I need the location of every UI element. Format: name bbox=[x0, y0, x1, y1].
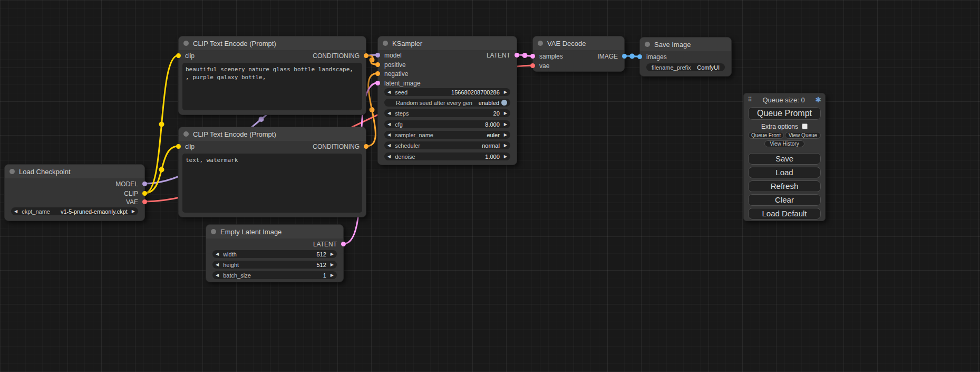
drag-handle-icon[interactable]: ⠿ bbox=[748, 96, 752, 103]
widget-name: Random seed after every gen bbox=[396, 100, 472, 106]
collapse-dot-icon[interactable] bbox=[183, 41, 189, 46]
queue-panel-header: ⠿ Queue size: 0 ✱ bbox=[748, 95, 821, 104]
collapse-dot-icon[interactable] bbox=[9, 169, 15, 174]
arrow-left-icon[interactable]: ◀ bbox=[14, 207, 17, 215]
widget-cfg[interactable]: ◀ cfg 8.000 ▶ bbox=[384, 120, 510, 128]
input-port-images[interactable] bbox=[637, 54, 642, 59]
arrow-right-icon[interactable]: ▶ bbox=[504, 109, 507, 117]
arrow-right-icon[interactable]: ▶ bbox=[331, 271, 334, 279]
arrow-right-icon[interactable]: ▶ bbox=[504, 131, 507, 139]
widget-name: ckpt_name bbox=[22, 208, 50, 215]
arrow-right-icon[interactable]: ▶ bbox=[504, 120, 507, 128]
input-port-latent-image[interactable] bbox=[375, 81, 380, 85]
node-vae-decode[interactable]: VAE Decode samples vae IMAGE bbox=[532, 36, 625, 72]
extra-options-row: Extra options bbox=[744, 122, 825, 130]
arrow-left-icon[interactable]: ◀ bbox=[387, 141, 391, 149]
input-port-clip[interactable] bbox=[176, 53, 181, 58]
arrow-left-icon[interactable]: ◀ bbox=[387, 120, 391, 128]
node-empty-latent-image[interactable]: Empty Latent Image LATENT ◀ width 512 ▶ … bbox=[206, 224, 344, 282]
prompt-textarea[interactable]: text, watermark bbox=[182, 154, 362, 213]
output-port-latent[interactable] bbox=[341, 242, 346, 246]
view-queue-button[interactable]: View Queue bbox=[785, 132, 821, 139]
input-port-positive[interactable] bbox=[375, 62, 380, 67]
widget-value: v1-5-pruned-emaonly.ckpt bbox=[61, 208, 128, 215]
input-port-negative[interactable] bbox=[375, 71, 380, 76]
widget-filename-prefix[interactable]: filename_prefix ComfyUI bbox=[646, 63, 725, 71]
collapse-dot-icon[interactable] bbox=[645, 42, 650, 47]
queue-panel: ⠿ Queue size: 0 ✱ Queue Prompt Extra opt… bbox=[743, 93, 826, 221]
arrow-left-icon[interactable]: ◀ bbox=[387, 131, 391, 139]
node-load-checkpoint[interactable]: Load Checkpoint MODEL CLIP VAE ◀ ckpt_na… bbox=[4, 164, 145, 221]
arrow-left-icon[interactable]: ◀ bbox=[216, 271, 219, 279]
collapse-dot-icon[interactable] bbox=[383, 41, 388, 46]
refresh-button[interactable]: Refresh bbox=[748, 180, 821, 192]
node-clip-text-encode-negative[interactable]: CLIP Text Encode (Prompt) clip CONDITION… bbox=[178, 127, 366, 217]
node-title-bar[interactable]: Load Checkpoint bbox=[5, 165, 144, 178]
input-label-images: images bbox=[646, 53, 667, 61]
node-title-bar[interactable]: CLIP Text Encode (Prompt) bbox=[179, 36, 366, 50]
widget-name: denoise bbox=[395, 154, 415, 160]
load-button[interactable]: Load bbox=[748, 167, 821, 178]
arrow-right-icon[interactable]: ▶ bbox=[504, 141, 507, 149]
arrow-left-icon[interactable]: ◀ bbox=[216, 250, 219, 258]
input-port-clip[interactable] bbox=[176, 144, 181, 149]
widget-value: 1.000 bbox=[485, 154, 500, 160]
output-port-conditioning[interactable] bbox=[364, 144, 368, 149]
collapse-dot-icon[interactable] bbox=[538, 41, 543, 46]
input-port-samples[interactable] bbox=[530, 54, 535, 59]
arrow-right-icon[interactable]: ▶ bbox=[504, 88, 507, 96]
collapse-dot-icon[interactable] bbox=[211, 229, 216, 234]
arrow-right-icon[interactable]: ▶ bbox=[504, 152, 507, 160]
save-button[interactable]: Save bbox=[748, 153, 821, 165]
queue-front-button[interactable]: Queue Front bbox=[748, 132, 784, 139]
output-port-latent[interactable] bbox=[515, 53, 519, 58]
output-port-model[interactable] bbox=[142, 182, 147, 186]
load-default-button[interactable]: Load Default bbox=[748, 208, 821, 220]
arrow-left-icon[interactable]: ◀ bbox=[387, 88, 391, 96]
node-ksampler[interactable]: KSampler model positive negative latent_… bbox=[377, 36, 517, 165]
extra-options-checkbox[interactable] bbox=[802, 123, 808, 129]
widget-seed[interactable]: ◀ seed 156680208700286 ▶ bbox=[384, 88, 510, 96]
widget-scheduler[interactable]: ◀ scheduler normal ▶ bbox=[384, 141, 510, 149]
clear-button[interactable]: Clear bbox=[748, 194, 821, 206]
input-port-vae[interactable] bbox=[530, 63, 535, 68]
toggle-knob-icon[interactable] bbox=[501, 100, 507, 106]
widget-sampler-name[interactable]: ◀ sampler_name euler ▶ bbox=[384, 131, 510, 139]
widget-ckpt-name[interactable]: ◀ ckpt_name v1-5-pruned-emaonly.ckpt ▶ bbox=[11, 207, 138, 215]
arrow-left-icon[interactable]: ◀ bbox=[216, 261, 219, 269]
view-history-button[interactable]: View History bbox=[764, 140, 804, 147]
output-port-image[interactable] bbox=[622, 54, 627, 59]
node-title: Empty Latent Image bbox=[220, 228, 282, 236]
widget-name: height bbox=[223, 262, 239, 268]
widget-batch-size[interactable]: ◀ batch_size 1 ▶ bbox=[212, 271, 337, 279]
collapse-dot-icon[interactable] bbox=[183, 131, 189, 137]
arrow-right-icon[interactable]: ▶ bbox=[331, 261, 334, 269]
input-label-negative: negative bbox=[384, 70, 408, 78]
widget-width[interactable]: ◀ width 512 ▶ bbox=[212, 250, 337, 258]
node-title-bar[interactable]: VAE Decode bbox=[533, 36, 624, 50]
output-port-conditioning[interactable] bbox=[364, 53, 368, 58]
arrow-right-icon[interactable]: ▶ bbox=[331, 250, 334, 258]
input-port-model[interactable] bbox=[375, 53, 380, 58]
widget-height[interactable]: ◀ height 512 ▶ bbox=[212, 261, 337, 269]
queue-prompt-button[interactable]: Queue Prompt bbox=[748, 107, 821, 120]
widget-denoise[interactable]: ◀ denoise 1.000 ▶ bbox=[384, 152, 510, 160]
widget-value: ComfyUI bbox=[697, 64, 720, 71]
output-label-latent: LATENT bbox=[313, 241, 337, 248]
settings-gear-icon[interactable]: ✱ bbox=[815, 96, 821, 104]
node-title-bar[interactable]: Empty Latent Image bbox=[206, 225, 343, 239]
widget-steps[interactable]: ◀ steps 20 ▶ bbox=[384, 109, 510, 117]
output-label-clip: CLIP bbox=[124, 190, 138, 197]
node-title-bar[interactable]: KSampler bbox=[378, 36, 517, 50]
output-port-vae[interactable] bbox=[142, 199, 147, 204]
node-title-bar[interactable]: Save Image bbox=[640, 37, 731, 51]
widget-random-seed-toggle[interactable]: Random seed after every gen enabled bbox=[384, 99, 510, 107]
prompt-textarea[interactable]: beautiful scenery nature glass bottle la… bbox=[182, 63, 362, 110]
arrow-right-icon[interactable]: ▶ bbox=[132, 207, 135, 215]
node-clip-text-encode-positive[interactable]: CLIP Text Encode (Prompt) clip CONDITION… bbox=[178, 36, 366, 115]
node-title-bar[interactable]: CLIP Text Encode (Prompt) bbox=[179, 127, 366, 141]
node-save-image[interactable]: Save Image images filename_prefix ComfyU… bbox=[639, 37, 732, 77]
output-port-clip[interactable] bbox=[142, 191, 147, 196]
arrow-left-icon[interactable]: ◀ bbox=[387, 152, 391, 160]
arrow-left-icon[interactable]: ◀ bbox=[387, 109, 391, 117]
